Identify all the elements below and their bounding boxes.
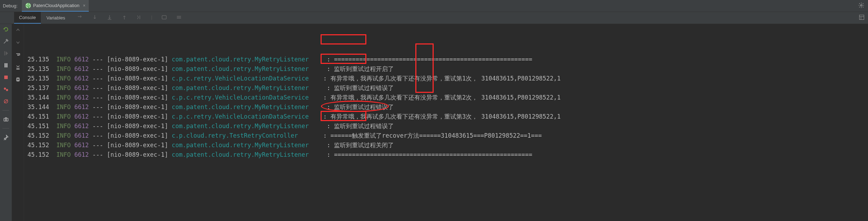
log-line: 45.152 INFO 6612 --- [nio-8089-exec-1] c… — [27, 131, 868, 141]
gear-icon[interactable] — [858, 2, 864, 10]
modify-run-config-icon[interactable] — [3, 38, 9, 44]
print-icon[interactable] — [16, 77, 20, 83]
log-line: 25.137 INFO 6612 --- [nio-8089-exec-1] c… — [27, 83, 868, 93]
tab-console[interactable]: Console — [14, 12, 41, 24]
evaluate-expression-icon[interactable] — [161, 14, 167, 21]
svg-marker-7 — [6, 51, 8, 55]
pin-icon[interactable] — [3, 134, 9, 141]
view-breakpoints-button[interactable] — [3, 86, 9, 92]
svg-point-0 — [26, 4, 30, 8]
debug-header: Debug: PatenCloudApplication × — [0, 0, 868, 12]
step-into-icon[interactable] — [92, 14, 98, 21]
scroll-up-icon[interactable] — [16, 28, 20, 34]
log-line: 45.152 INFO 6612 --- [nio-8089-exec-1] c… — [27, 150, 868, 160]
tab-close-button[interactable]: × — [83, 3, 85, 8]
log-line: 25.135 INFO 6612 --- [nio-8089-exec-1] c… — [27, 74, 868, 83]
run-to-cursor-icon[interactable] — [136, 14, 142, 21]
run-config-tab[interactable]: PatenCloudApplication × — [22, 0, 89, 12]
layout-settings-icon[interactable] — [859, 14, 864, 21]
svg-rect-2 — [162, 16, 166, 19]
scroll-to-end-icon[interactable] — [16, 65, 20, 71]
svg-point-11 — [4, 88, 6, 90]
stop-button[interactable] — [3, 74, 9, 80]
console-arrow-rail — [12, 24, 24, 221]
console-output[interactable]: 25.135 INFO 6612 --- [nio-8089-exec-1] c… — [24, 24, 868, 221]
log-line: 45.151 INFO 6612 --- [nio-8089-exec-1] c… — [27, 112, 868, 121]
svg-rect-9 — [6, 63, 7, 67]
annotation-highlight — [321, 34, 366, 44]
log-line: 25.135 INFO 6612 --- [nio-8089-exec-1] c… — [27, 55, 868, 64]
step-over-icon[interactable] — [77, 14, 83, 21]
log-line: 35.144 INFO 6612 --- [nio-8089-exec-1] c… — [27, 102, 868, 112]
svg-point-12 — [6, 89, 8, 91]
debug-rail — [0, 24, 12, 221]
pause-button[interactable] — [3, 62, 9, 68]
soft-wrap-icon[interactable] — [16, 52, 20, 58]
log-line: 45.151 INFO 6612 --- [nio-8089-exec-1] c… — [27, 121, 868, 131]
resume-button[interactable] — [3, 50, 9, 56]
svg-rect-19 — [17, 78, 19, 79]
scroll-down-icon[interactable] — [16, 40, 20, 46]
trace-icon[interactable] — [176, 14, 182, 21]
svg-rect-10 — [4, 76, 8, 79]
mute-breakpoints-button[interactable] — [3, 98, 9, 104]
svg-rect-6 — [4, 51, 5, 55]
tab-title: PatenCloudApplication — [33, 3, 80, 8]
svg-rect-15 — [4, 118, 8, 121]
sub-toolbar: Console Variables | — [0, 12, 868, 24]
svg-point-1 — [861, 5, 862, 6]
log-line: 45.152 INFO 6612 --- [nio-8089-exec-1] c… — [27, 141, 868, 150]
rerun-button[interactable] — [3, 26, 9, 32]
log-line: 35.144 INFO 6612 --- [nio-8089-exec-1] c… — [27, 93, 868, 102]
step-out-icon[interactable] — [122, 14, 127, 21]
debug-label: Debug: — [3, 3, 18, 8]
camera-icon[interactable] — [3, 116, 9, 123]
svg-point-16 — [5, 119, 7, 120]
log-line: 25.135 INFO 6612 --- [nio-8089-exec-1] c… — [27, 64, 868, 74]
step-toolbar: | — [77, 14, 182, 21]
spring-boot-icon — [25, 3, 31, 8]
main-area: 25.135 INFO 6612 --- [nio-8089-exec-1] c… — [0, 24, 868, 221]
svg-rect-8 — [5, 63, 6, 67]
force-step-into-icon[interactable] — [107, 14, 112, 21]
tab-variables[interactable]: Variables — [42, 12, 70, 24]
svg-rect-3 — [860, 15, 864, 20]
